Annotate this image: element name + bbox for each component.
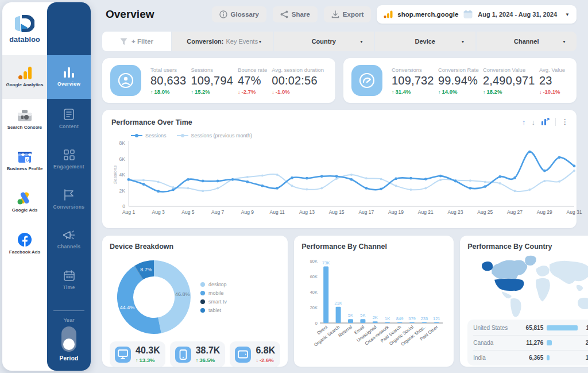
donut-legend-item[interactable]: mobile bbox=[200, 290, 227, 296]
donut-legend-item[interactable]: desktop bbox=[200, 282, 227, 287]
filter-dropdown-conversion[interactable]: Conversion:Key Events▼ bbox=[172, 32, 273, 51]
sidebar-item-facebook-ads[interactable]: Facebook Ads bbox=[2, 223, 47, 264]
left-rail: databloo Google AnalyticsSearch ConsoleG… bbox=[2, 2, 91, 371]
nav-item-engagement[interactable]: Engagement bbox=[47, 139, 91, 179]
arrow-up-icon: ↑ bbox=[438, 89, 441, 95]
filter-dropdown-country[interactable]: Country▼ bbox=[274, 32, 374, 51]
arrow-down-icon: ↓ bbox=[272, 89, 274, 95]
country-name: India bbox=[473, 355, 520, 361]
grid-icon bbox=[64, 149, 75, 160]
desktop-icon bbox=[118, 349, 128, 359]
device-stat-icon bbox=[175, 347, 191, 363]
kebab-menu-icon[interactable]: ⋮ bbox=[562, 118, 568, 126]
legend-item[interactable]: Sessions (previous month) bbox=[177, 133, 253, 139]
legend-item[interactable]: Sessions bbox=[131, 133, 167, 139]
nav-item-conversions[interactable]: Conversions bbox=[47, 179, 91, 220]
filter-dropdown-label: Country bbox=[312, 38, 336, 45]
page-items: OverviewContentEngagementConversionsChan… bbox=[47, 55, 91, 300]
glossary-button[interactable]: Glossary bbox=[212, 6, 266, 22]
nav-item-channels[interactable]: Channels bbox=[47, 220, 91, 260]
business-profile-icon: G bbox=[17, 150, 32, 163]
funnel-icon bbox=[120, 38, 127, 45]
sidebar-item-google-ads[interactable]: Google Ads bbox=[2, 182, 47, 223]
metric-label: Conversion Value bbox=[483, 67, 535, 73]
databloo-logo-icon bbox=[15, 14, 34, 33]
device-stat-icon bbox=[235, 347, 251, 363]
metric-value: 00:02:56 bbox=[272, 74, 324, 87]
legend-dot bbox=[200, 291, 205, 295]
mobile-icon bbox=[179, 349, 187, 360]
donut-legend-item[interactable]: smart tv bbox=[200, 299, 227, 305]
arrow-up-icon: ↑ bbox=[191, 89, 194, 95]
metric-value: 23 bbox=[539, 74, 565, 87]
kpi-card: Conversions109,732↑31.4%Conversion Rate9… bbox=[343, 58, 577, 103]
toggle-period-label: Period bbox=[60, 355, 79, 362]
kpi-card-icon bbox=[110, 65, 141, 96]
property-name: shop.merch.google bbox=[397, 11, 458, 18]
performance-by-country-title: Performance By Country bbox=[467, 243, 588, 251]
map-continents bbox=[482, 256, 588, 317]
legend-marker bbox=[177, 133, 188, 138]
calendar-date-icon bbox=[463, 9, 473, 20]
sidebar-item-business-profile[interactable]: GBusiness Profile bbox=[2, 140, 47, 182]
country-row[interactable]: India6,36513.0%↑ bbox=[473, 350, 588, 365]
facebook-ads-icon bbox=[18, 233, 32, 247]
bar-chart[interactable]: 020K40K60K80K73KDirect21KOrganic Search5… bbox=[301, 253, 446, 360]
kpi-card: Total users80,633↑18.0%Sessions109,794↑1… bbox=[102, 58, 335, 103]
sidebar-item-label: Search Console bbox=[7, 125, 42, 130]
sidebar-item-search-console[interactable]: Search Console bbox=[2, 99, 47, 140]
metric-label: Total users bbox=[150, 67, 186, 73]
country-percent: 13.0% bbox=[578, 355, 588, 361]
toggle-knob[interactable] bbox=[63, 339, 75, 350]
svg-text:Aug 21: Aug 21 bbox=[418, 209, 434, 215]
donut-legend-item[interactable]: tablet bbox=[200, 307, 227, 313]
chart-type-icon[interactable] bbox=[541, 118, 550, 126]
legend-label: smart tv bbox=[208, 299, 227, 305]
country-row[interactable]: United States65,81511.2%↑ bbox=[473, 320, 588, 335]
metric-value: 99.94% bbox=[438, 74, 479, 87]
device-stat-tile: 40.3K↑13.3% bbox=[110, 341, 165, 367]
delta-badge: ↓-10.1% bbox=[539, 89, 565, 95]
performance-by-channel-card: Performance By Channel 020K40K60K80K73KD… bbox=[294, 236, 454, 367]
svg-text:5K: 5K bbox=[361, 313, 366, 318]
page-sidebar-spacer bbox=[47, 2, 91, 55]
delta-badge: ↑18.2% bbox=[483, 89, 535, 95]
filter-dropdown-device[interactable]: Device▼ bbox=[375, 32, 475, 51]
nav-item-time[interactable]: Time bbox=[47, 260, 91, 300]
period-toggle[interactable] bbox=[61, 326, 76, 352]
nav-item-label: Engagement bbox=[53, 164, 84, 170]
kpi-metrics: Total users80,633↑18.0%Sessions109,794↑1… bbox=[150, 67, 327, 95]
add-filter-button[interactable]: + Filter bbox=[102, 32, 171, 51]
legend-label: tablet bbox=[208, 307, 221, 313]
chevron-down-icon[interactable]: ▼ bbox=[565, 12, 570, 17]
country-value: 11,276 bbox=[520, 340, 543, 346]
sort-down-icon[interactable]: ↓ bbox=[532, 118, 536, 126]
svg-text:Referral: Referral bbox=[338, 324, 354, 338]
metric-value: 109,732 bbox=[392, 74, 434, 87]
share-button[interactable]: Share bbox=[273, 6, 318, 22]
svg-text:121: 121 bbox=[433, 316, 440, 321]
bottom-row: Device Breakdown 46.8%44.4%8.7% desktopm… bbox=[102, 236, 577, 367]
legend-label: desktop bbox=[208, 282, 227, 287]
sidebar-item-google-analytics[interactable]: Google Analytics bbox=[2, 55, 47, 99]
world-map[interactable] bbox=[467, 252, 588, 320]
line-chart[interactable]: 02K4K6K8KSessionsAug 1Aug 3Aug 5Aug 7Aug… bbox=[111, 139, 567, 225]
donut-legend: desktopmobilesmart tvtablet bbox=[200, 282, 227, 313]
svg-text:Aug 19: Aug 19 bbox=[388, 209, 404, 215]
property-date-pill[interactable]: shop.merch.google Aug 1, 2024 - Aug 31, … bbox=[377, 5, 577, 24]
country-percent: 11.2% bbox=[578, 325, 588, 331]
donut-chart[interactable]: 46.8%44.4%8.7% bbox=[110, 253, 198, 341]
export-button[interactable]: Export bbox=[324, 6, 371, 22]
page-title: Overview bbox=[106, 8, 154, 21]
delta-badge: ↓-2.6% bbox=[256, 357, 275, 363]
country-row[interactable]: Canada11,27628.0%↑ bbox=[473, 335, 588, 350]
metric-value: 80,633 bbox=[150, 74, 186, 87]
sort-up-icon[interactable]: ↑ bbox=[522, 118, 526, 126]
svg-text:73K: 73K bbox=[322, 260, 330, 266]
brand-logo[interactable]: databloo bbox=[2, 2, 47, 55]
nav-item-content[interactable]: Content bbox=[47, 99, 91, 139]
filter-dropdown-label: Channel bbox=[514, 38, 539, 45]
filter-dropdown-channel[interactable]: Channel▼ bbox=[477, 32, 577, 51]
google-analytics-icon bbox=[18, 67, 32, 79]
nav-item-overview[interactable]: Overview bbox=[47, 55, 91, 99]
